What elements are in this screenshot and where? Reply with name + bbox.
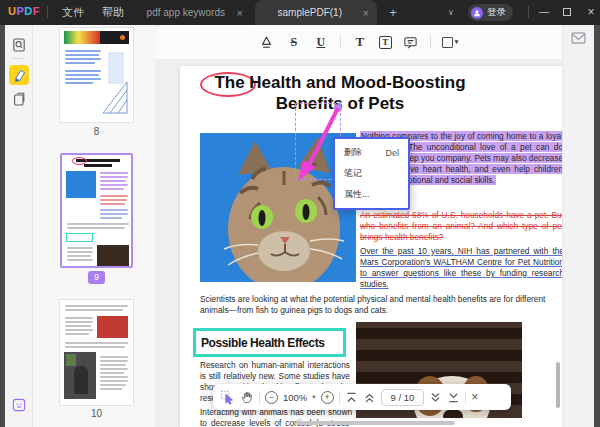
toolbar-divider — [340, 35, 341, 49]
annotation-toolbar: S U T T ▾ — [155, 25, 562, 59]
chevron-down-icon: ▾ — [455, 38, 459, 46]
feedback-button[interactable] — [571, 32, 586, 44]
underline-tool-button[interactable]: U — [313, 34, 329, 50]
left-tool-rail — [5, 25, 33, 427]
close-window-button[interactable]: × — [580, 0, 600, 25]
context-menu-item-properties[interactable]: 属性... — [335, 184, 408, 205]
page-number-label: 10 — [60, 408, 133, 419]
login-label: 登录 — [487, 6, 506, 19]
thumb9-dog-photo — [97, 245, 129, 267]
square-shape-icon — [442, 37, 453, 48]
underlined-paragraph: Over the past 10 years, NIH has partnere… — [360, 246, 562, 290]
right-side-panel — [562, 25, 594, 427]
next-page-button[interactable] — [429, 391, 442, 404]
highlight-tool-button[interactable] — [259, 34, 275, 50]
document-search-icon — [11, 37, 27, 53]
updf-logo: UPDF — [8, 5, 40, 17]
tab-close-icon[interactable]: × — [363, 7, 369, 19]
first-page-button[interactable] — [345, 391, 358, 404]
thumb8-banner — [64, 31, 100, 44]
scroll-to-bottom-icon — [447, 391, 460, 404]
section-heading-box: Possible Health Effects — [193, 328, 346, 357]
select-tool-button[interactable] — [220, 390, 235, 405]
menu-file[interactable]: 文件 — [56, 0, 90, 25]
zoom-level[interactable]: 100% — [283, 392, 307, 403]
double-chevron-down-icon — [429, 391, 442, 404]
toolbar-divider — [465, 391, 466, 404]
envelope-icon — [571, 32, 586, 44]
annotate-tool-button[interactable] — [9, 65, 29, 85]
toolbar-divider — [430, 35, 431, 49]
shapes-tool-button[interactable]: ▾ — [442, 34, 459, 50]
minimize-button[interactable]: — — [533, 0, 555, 25]
zoom-in-button[interactable]: + — [321, 391, 334, 404]
rail-divider — [12, 58, 25, 59]
titlebar: UPDF 文件 帮助 pdf app keywords × samplePDF(… — [0, 0, 600, 25]
text-box-tool-button[interactable]: T — [379, 36, 392, 49]
document-viewport[interactable]: The Health and Mood-Boosting Benefits of… — [155, 59, 562, 427]
ai-assistant-icon — [11, 397, 27, 413]
page-tools-button[interactable] — [9, 89, 29, 109]
document-copy-icon — [11, 91, 27, 107]
tab-pdf-app-keywords[interactable]: pdf app keywords × — [133, 0, 251, 25]
updf-window: UPDF 文件 帮助 pdf app keywords × samplePDF(… — [0, 0, 600, 427]
strikethrough-tool-button[interactable]: S — [286, 34, 302, 50]
marker-pen-icon — [12, 68, 27, 83]
select-cursor-icon — [220, 390, 235, 405]
vertical-scrollbar-thumb[interactable] — [556, 362, 560, 408]
thumb9-heading-box — [66, 233, 93, 242]
hand-icon — [240, 390, 254, 404]
thumbnail-page-10[interactable] — [60, 300, 133, 405]
horizontal-scrollbar-thumb[interactable] — [295, 421, 455, 425]
maximize-button[interactable] — [563, 8, 571, 16]
thumb8-triangle — [100, 80, 130, 116]
page-number-label: 8 — [60, 126, 133, 137]
comment-icon — [403, 35, 418, 50]
tab-samplepdf[interactable]: samplePDF(1) × — [255, 0, 377, 25]
toolbar-divider — [259, 391, 260, 404]
hand-tool-button[interactable] — [240, 390, 254, 404]
current-page-badge: 9 — [88, 271, 105, 284]
strikethrough-paragraph: An estimated 68% of U.S. households have… — [360, 210, 562, 243]
context-menu-item-note[interactable]: 笔记 — [335, 163, 408, 184]
previous-page-button[interactable] — [363, 391, 376, 404]
thumbnail-page-8[interactable] — [60, 28, 133, 122]
text-tool-button[interactable]: T — [352, 34, 368, 50]
zoom-caret-icon[interactable]: ▾ — [312, 393, 315, 401]
toolbar-divider — [339, 391, 340, 404]
double-chevron-up-icon — [363, 391, 376, 404]
page-search-button[interactable] — [9, 35, 29, 55]
titlebar-divider — [528, 6, 529, 18]
scroll-to-top-icon — [345, 391, 358, 404]
floating-page-toolbar: − 100% ▾ + 9 / 10 × — [213, 384, 511, 410]
titlebar-divider — [47, 6, 48, 18]
thumb9-cat-photo — [66, 171, 96, 198]
thumb10-red-photo — [97, 316, 128, 338]
thumb8-banner-dark — [100, 31, 129, 44]
tab-label: samplePDF(1) — [263, 7, 357, 18]
logo-letter: D — [24, 5, 32, 17]
thumbnail-panel: 8 9 — [33, 25, 155, 427]
tab-close-icon[interactable]: × — [237, 7, 243, 19]
new-tab-button[interactable]: + — [384, 4, 402, 22]
page-indicator[interactable]: 9 / 10 — [381, 389, 425, 406]
logo-letter: F — [33, 5, 40, 17]
login-button[interactable]: 登录 — [468, 4, 513, 21]
zoom-out-button[interactable]: − — [265, 391, 278, 404]
context-menu: 删除Del 笔记 属性... — [333, 137, 410, 210]
comment-tool-button[interactable] — [403, 34, 419, 50]
context-menu-item-delete[interactable]: 删除Del — [335, 142, 408, 163]
last-page-button[interactable] — [447, 391, 460, 404]
ai-assistant-button[interactable] — [9, 395, 29, 415]
tab-label: pdf app keywords — [141, 7, 231, 18]
highlighter-icon — [259, 35, 274, 50]
avatar-icon — [471, 7, 483, 19]
window-right-edge — [594, 25, 600, 427]
thumb9-ellipse — [72, 157, 87, 165]
thumb10-cat-photo — [64, 352, 96, 399]
thumbnail-page-9-selected[interactable] — [60, 153, 133, 268]
close-toolbar-button[interactable]: × — [471, 390, 478, 404]
tab-list-caret-icon[interactable]: ∨ — [443, 4, 459, 22]
menu-help[interactable]: 帮助 — [96, 0, 130, 25]
intro-paragraph: Scientists are looking at what the poten… — [200, 294, 562, 316]
